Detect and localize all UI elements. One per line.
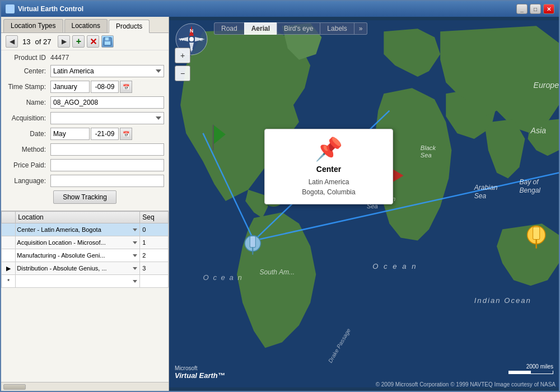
map-scale: 2000 miles bbox=[508, 363, 553, 374]
window-title: Virtual Earth Control bbox=[18, 5, 83, 13]
price-label: Price Paid: bbox=[6, 161, 50, 169]
nav-add-button[interactable]: + bbox=[72, 35, 85, 48]
svg-rect-1 bbox=[105, 38, 109, 40]
tab-bar: Location Types Locations Products bbox=[1, 17, 169, 33]
map-logo-line2: Virtual Earth™ bbox=[175, 371, 225, 380]
row-location-select[interactable]: Acquisition Location - Microsof... bbox=[17, 237, 138, 248]
name-label: Name: bbox=[6, 99, 50, 106]
col-indicator-header bbox=[2, 212, 16, 223]
map-tab-road[interactable]: Road bbox=[214, 22, 244, 35]
svg-text:South Am...: South Am... bbox=[259, 268, 295, 276]
price-input[interactable] bbox=[50, 159, 164, 171]
row-location-cell: Manufacturing - Absolute Geni... bbox=[16, 249, 140, 262]
method-label: Method: bbox=[6, 146, 50, 153]
tab-products[interactable]: Products bbox=[109, 20, 150, 33]
map-attribution: © 2009 Microsoft Corporation © 1999 NAVT… bbox=[376, 381, 556, 388]
svg-text:N: N bbox=[190, 28, 194, 34]
svg-text:Black: Black bbox=[421, 144, 436, 151]
show-tracking-button[interactable]: Show Tracking bbox=[53, 190, 116, 204]
svg-rect-33 bbox=[533, 227, 540, 239]
row-location-select[interactable]: Distribution - Absolute Genius, ... bbox=[17, 263, 138, 274]
date-label: Date: bbox=[6, 130, 50, 138]
zoom-in-button[interactable]: + bbox=[175, 48, 190, 63]
row-seq-input[interactable] bbox=[142, 265, 166, 272]
minimize-button[interactable]: _ bbox=[516, 4, 528, 14]
date-date-row: 📅 bbox=[50, 128, 164, 140]
table-row: ▶Distribution - Absolute Genius, ... bbox=[2, 262, 169, 275]
row-seq-input[interactable] bbox=[142, 239, 166, 246]
name-input[interactable] bbox=[50, 96, 164, 109]
scroll-thumb[interactable] bbox=[3, 384, 26, 390]
row-seq-input[interactable] bbox=[142, 252, 166, 259]
popup-title: Center bbox=[316, 165, 341, 174]
tab-location-types[interactable]: Location Types bbox=[3, 19, 63, 32]
nav-prev-button[interactable]: ◀ bbox=[6, 35, 18, 48]
timestamp-calendar-button[interactable]: 📅 bbox=[120, 81, 132, 93]
row-seq-cell bbox=[140, 236, 169, 249]
row-indicator bbox=[2, 249, 16, 262]
row-seq-cell bbox=[140, 249, 169, 262]
save-icon bbox=[103, 37, 112, 46]
tab-locations[interactable]: Locations bbox=[64, 19, 108, 32]
svg-text:S: S bbox=[190, 46, 193, 52]
language-row: Language: bbox=[6, 175, 164, 187]
close-button[interactable]: ✕ bbox=[543, 4, 554, 14]
acquisition-select[interactable] bbox=[50, 112, 164, 124]
svg-text:Europe: Europe bbox=[534, 81, 559, 90]
app-icon bbox=[6, 4, 15, 13]
row-location-cell bbox=[16, 275, 140, 288]
row-location-select[interactable] bbox=[17, 276, 138, 287]
map-view-tabs: Road Aerial Bird's eye Labels » bbox=[214, 22, 367, 35]
nav-delete-button[interactable]: ✕ bbox=[87, 35, 99, 48]
center-select[interactable]: Latin America bbox=[50, 65, 164, 77]
svg-point-40 bbox=[189, 37, 194, 41]
timestamp-date-row: 📅 bbox=[50, 81, 164, 93]
map-tab-expand-button[interactable]: » bbox=[354, 22, 368, 35]
svg-rect-30 bbox=[250, 236, 255, 247]
zoom-out-button[interactable]: − bbox=[175, 66, 190, 81]
center-row: Center: Latin America bbox=[6, 65, 164, 77]
map-tab-labels[interactable]: Labels bbox=[320, 22, 353, 35]
svg-text:Sea: Sea bbox=[421, 152, 432, 158]
row-location-select[interactable]: Manufacturing - Absolute Geni... bbox=[17, 250, 138, 261]
bottom-scrollbar[interactable] bbox=[1, 382, 169, 391]
date-month-input[interactable] bbox=[50, 128, 90, 140]
nav-current: 13 bbox=[22, 38, 30, 46]
col-seq-header: Seq bbox=[140, 212, 169, 223]
nav-next-button[interactable]: ▶ bbox=[58, 35, 70, 48]
acquisition-label: Acquisition: bbox=[6, 114, 50, 122]
nav-of: of 27 bbox=[35, 38, 51, 46]
row-seq-input[interactable] bbox=[142, 226, 166, 233]
map-popup: 📌 Center Latin America Bogota, Columbia bbox=[264, 129, 393, 204]
map-zoom-controls: + − bbox=[175, 48, 190, 81]
price-row: Price Paid: bbox=[6, 159, 164, 171]
date-calendar-button[interactable]: 📅 bbox=[120, 128, 132, 140]
method-input[interactable] bbox=[50, 143, 164, 156]
scale-label: 2000 miles bbox=[508, 363, 553, 370]
restore-button[interactable]: □ bbox=[530, 4, 541, 14]
map-logo-line1: Microsoft bbox=[175, 365, 225, 371]
timestamp-month-input[interactable] bbox=[50, 81, 90, 93]
timestamp-day-input[interactable] bbox=[91, 81, 119, 93]
row-seq-cell bbox=[140, 223, 169, 236]
row-location-select[interactable]: Center - Latin America, Bogota bbox=[17, 224, 138, 235]
map-tab-aerial[interactable]: Aerial bbox=[244, 22, 277, 35]
popup-line1: Latin America bbox=[309, 178, 349, 186]
svg-text:Arabian: Arabian bbox=[474, 184, 498, 192]
locations-table: Location Seq Center - Latin America, Bog… bbox=[1, 211, 169, 288]
popup-line2: Bogota, Columbia bbox=[302, 188, 355, 196]
table-row: Manufacturing - Absolute Geni... bbox=[2, 249, 169, 262]
row-seq-cell bbox=[140, 275, 169, 288]
scale-bar bbox=[508, 371, 553, 374]
svg-text:Bengal: Bengal bbox=[519, 186, 540, 194]
date-day-input[interactable] bbox=[91, 128, 119, 140]
timestamp-label: Time Stamp: bbox=[6, 83, 50, 91]
timestamp-row: Time Stamp: 📅 bbox=[6, 81, 164, 93]
nav-save-button[interactable] bbox=[101, 35, 114, 48]
table-row: Center - Latin America, Bogota bbox=[2, 223, 169, 236]
row-indicator bbox=[2, 223, 16, 236]
language-input[interactable] bbox=[50, 175, 164, 187]
product-id-value: 44477 bbox=[50, 54, 69, 62]
map-tab-birdseye[interactable]: Bird's eye bbox=[277, 22, 320, 35]
table-row: * bbox=[2, 275, 169, 288]
